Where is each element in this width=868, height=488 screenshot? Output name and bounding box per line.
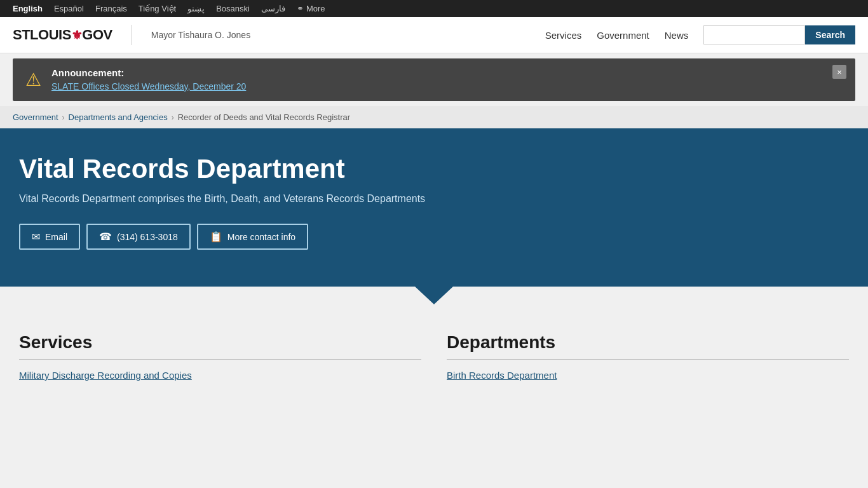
main-content: Services Military Discharge Recording an… (0, 307, 868, 411)
logo-fleur-icon: ⚜ (71, 28, 83, 42)
nav-services[interactable]: Services (545, 30, 582, 41)
announcement-close-button[interactable]: × (832, 65, 846, 79)
site-logo[interactable]: STLOUIS⚜GOV (13, 27, 112, 43)
breadcrumb-sep-2: › (172, 113, 174, 122)
translate-icon: ⚭ (297, 4, 304, 13)
mayor-name: Mayor Tishaura O. Jones (151, 30, 250, 40)
service-military-discharge[interactable]: Military Discharge Recording and Copies (19, 370, 421, 381)
lang-farsi[interactable]: فارسی (261, 4, 285, 13)
language-bar: English Español Français Tiếng Việt پښتو… (0, 0, 868, 17)
page-title: Vital Records Department (19, 154, 849, 184)
breadcrumb-current: Recorder of Deeds and Vital Records Regi… (178, 112, 350, 122)
lang-francais[interactable]: Français (95, 4, 127, 13)
more-lang-label: More (306, 4, 325, 13)
services-heading: Services (19, 332, 421, 360)
departments-section: Departments Birth Records Department (447, 332, 849, 386)
main-nav: Services Government News Search (545, 25, 855, 44)
announcement-banner: ⚠ Announcement: SLATE Offices Closed Wed… (13, 58, 855, 101)
logo-divider (132, 25, 132, 45)
site-header: STLOUIS⚜GOV Mayor Tishaura O. Jones Serv… (0, 17, 868, 53)
hero-section: Vital Records Department Vital Records D… (0, 128, 868, 288)
lang-english[interactable]: English (13, 4, 43, 13)
warning-icon: ⚠ (25, 69, 41, 90)
breadcrumb-sep-1: › (62, 113, 65, 122)
email-button[interactable]: ✉ Email (19, 224, 80, 250)
search-input[interactable] (703, 25, 805, 44)
search-form: Search (703, 25, 855, 44)
phone-label: (314) 613-3018 (117, 232, 178, 242)
services-section: Services Military Discharge Recording an… (19, 332, 421, 386)
contact-card-icon: 📋 (210, 231, 222, 243)
departments-heading: Departments (447, 332, 849, 360)
email-icon: ✉ (32, 231, 40, 243)
lang-more-button[interactable]: ⚭ More (297, 4, 325, 13)
page-subtitle: Vital Records Department comprises the B… (19, 193, 849, 205)
logo-gov: GOV (82, 27, 112, 43)
nav-government[interactable]: Government (597, 30, 649, 41)
contact-buttons: ✉ Email ☎ (314) 613-3018 📋 More contact … (19, 224, 849, 250)
lang-tieng-viet[interactable]: Tiếng Việt (139, 4, 176, 13)
logo-stlouis: STLOUIS (13, 27, 71, 43)
breadcrumb-government[interactable]: Government (13, 112, 58, 122)
breadcrumb: Government › Departments and Agencies › … (0, 106, 868, 128)
lang-bosanski[interactable]: Bosanski (216, 4, 250, 13)
nav-news[interactable]: News (665, 30, 689, 41)
more-contact-label: More contact info (227, 232, 295, 242)
search-button[interactable]: Search (805, 25, 855, 44)
chevron-down-icon (415, 287, 453, 304)
lang-pashto[interactable]: پښتو (187, 4, 205, 13)
announcement-content: Announcement: SLATE Offices Closed Wedne… (51, 67, 246, 92)
section-divider (0, 287, 868, 307)
announcement-title: Announcement: (51, 67, 246, 78)
phone-icon: ☎ (99, 231, 112, 243)
phone-button[interactable]: ☎ (314) 613-3018 (86, 224, 191, 250)
email-label: Email (45, 232, 67, 242)
breadcrumb-departments[interactable]: Departments and Agencies (69, 112, 168, 122)
announcement-link[interactable]: SLATE Offices Closed Wednesday, December… (51, 81, 246, 92)
dept-birth-records[interactable]: Birth Records Department (447, 370, 849, 381)
lang-espanol[interactable]: Español (54, 4, 84, 13)
more-contact-button[interactable]: 📋 More contact info (197, 224, 308, 250)
